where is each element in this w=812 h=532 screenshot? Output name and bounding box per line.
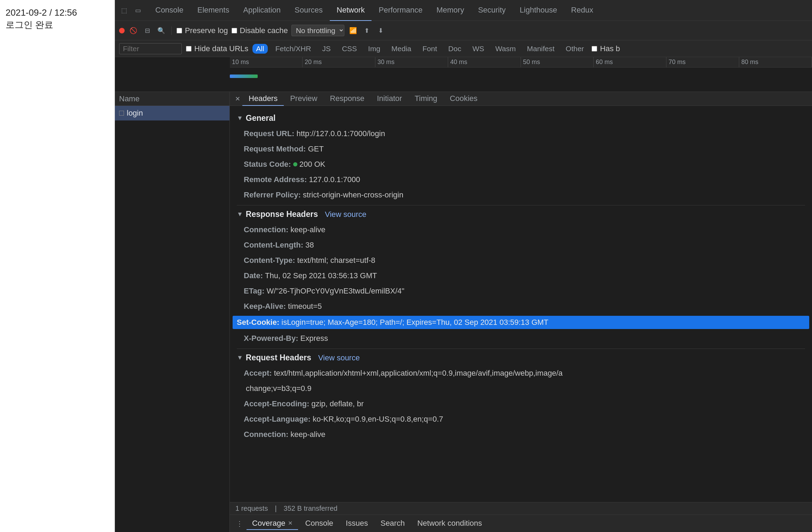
drawer-tab-issues[interactable]: Issues (340, 517, 374, 530)
network-row-login[interactable]: login (115, 106, 229, 120)
preserve-log-checkbox[interactable] (177, 28, 182, 33)
hide-data-urls-checkbox[interactable] (186, 46, 192, 52)
request-bar-login (230, 75, 258, 78)
accept-language-val: ko-KR,ko;q=0.9,en-US;q=0.8,en;q=0.7 (313, 415, 443, 424)
detail-tab-cookies[interactable]: Cookies (444, 92, 484, 106)
keep-alive-key: Keep-Alive: (244, 302, 286, 311)
divider-status: | (275, 504, 276, 513)
tab-elements[interactable]: Elements (190, 0, 236, 21)
device-icon[interactable]: ▭ (132, 4, 144, 17)
response-headers-chevron-icon[interactable]: ▼ (237, 211, 243, 218)
filter-type-all[interactable]: All (252, 44, 267, 54)
header-row-request-url: Request URL: http://127.0.0.1:7000/login (237, 128, 805, 140)
detail-tab-preview[interactable]: Preview (284, 92, 323, 106)
tab-redux[interactable]: Redux (564, 0, 600, 21)
request-header-accept-encoding: Accept-Encoding: gzip, deflate, br (237, 398, 805, 410)
filter-type-font[interactable]: Font (419, 44, 440, 54)
view-source-link-request[interactable]: View source (318, 353, 360, 362)
tab-network[interactable]: Network (330, 0, 372, 21)
transferred-size: 352 B transferred (284, 504, 338, 513)
detail-content[interactable]: ▼ General Request URL: http://127.0.0.1:… (230, 106, 812, 502)
tab-lighthouse[interactable]: Lighthouse (513, 0, 564, 21)
tab-memory[interactable]: Memory (429, 0, 471, 21)
request-header-accept-cont: change;v=b3;q=0.9 (237, 383, 805, 394)
drawer-tab-network-conditions[interactable]: Network conditions (412, 517, 487, 530)
filter-type-fetch-xhr[interactable]: Fetch/XHR (272, 44, 315, 54)
drawer-tab-coverage[interactable]: Coverage ✕ (247, 517, 298, 530)
filter-bar: Hide data URLs All Fetch/XHR JS CSS Img … (115, 40, 812, 57)
tab-console[interactable]: Console (148, 0, 190, 21)
has-blocked-label[interactable]: Has b (592, 44, 620, 53)
throttle-select[interactable]: No throttling (291, 25, 344, 36)
tab-application[interactable]: Application (236, 0, 288, 21)
accept-language-key: Accept-Language: (244, 415, 311, 424)
accept-val: text/html,application/xhtml+xml,applicat… (274, 369, 563, 378)
stop-recording-button[interactable]: 🚫 (128, 25, 139, 36)
status-code-val: 200 OK (293, 160, 326, 169)
row-name-login: login (127, 109, 143, 118)
connection-val: keep-alive (290, 225, 325, 234)
filter-type-ws[interactable]: WS (469, 44, 488, 54)
search-icon[interactable]: 🔍 (156, 25, 166, 36)
filter-type-css[interactable]: CSS (338, 44, 360, 54)
x-powered-by-val: Express (300, 334, 328, 343)
coverage-tab-close[interactable]: ✕ (288, 520, 292, 526)
detail-tab-response[interactable]: Response (323, 92, 370, 106)
tab-security[interactable]: Security (471, 0, 513, 21)
detail-tab-headers[interactable]: Headers (242, 92, 284, 106)
header-row-referrer-policy: Referrer Policy: strict-origin-when-cros… (237, 189, 805, 201)
general-chevron-icon[interactable]: ▼ (237, 115, 243, 122)
filter-type-manifest[interactable]: Manifest (523, 44, 558, 54)
requests-count: 1 requests (235, 504, 268, 513)
preserve-log-label[interactable]: Preserve log (177, 26, 228, 35)
req-connection-val: keep-alive (290, 430, 325, 439)
filter-icon[interactable]: ⊟ (142, 25, 153, 36)
request-header-accept: Accept: text/html,application/xhtml+xml,… (237, 367, 805, 379)
content-length-key: Content-Length: (244, 241, 303, 250)
console-tab-label: Console (305, 519, 333, 528)
accept-encoding-val: gzip, deflate, br (311, 399, 364, 408)
record-button[interactable] (119, 28, 125, 33)
name-panel: Name login (115, 92, 230, 532)
remote-address-val: 127.0.0.1:7000 (309, 175, 360, 184)
download-icon[interactable]: ⬇ (376, 25, 386, 36)
response-header-content-length: Content-Length: 38 (237, 239, 805, 251)
network-conditions-tab-label: Network conditions (417, 519, 482, 528)
accept-cont-val: change;v=b3;q=0.9 (246, 384, 311, 393)
network-timeline: 10 ms 20 ms 30 ms 40 ms 50 ms 60 ms 70 m… (115, 57, 812, 92)
content-type-val: text/html; charset=utf-8 (297, 256, 375, 265)
tab-sources[interactable]: Sources (288, 0, 330, 21)
filter-type-doc[interactable]: Doc (445, 44, 464, 54)
disable-cache-checkbox[interactable] (232, 28, 237, 33)
detail-tab-timing[interactable]: Timing (408, 92, 444, 106)
filter-type-wasm[interactable]: Wasm (492, 44, 520, 54)
filter-input[interactable] (119, 43, 182, 54)
tab-performance[interactable]: Performance (372, 0, 429, 21)
view-source-link-response[interactable]: View source (325, 210, 366, 219)
detail-tab-initiator[interactable]: Initiator (370, 92, 408, 106)
set-cookie-val: isLogin=true; Max-Age=180; Path=/; Expir… (281, 318, 548, 327)
drawer-tab-console[interactable]: Console (299, 517, 339, 530)
response-header-etag: ETag: W/"26-TjhOPcY0VgVnE3twdL/emilBX/4" (237, 285, 805, 297)
disable-cache-label[interactable]: Disable cache (232, 26, 288, 35)
row-checkbox[interactable] (119, 111, 124, 116)
request-method-key: Request Method: (244, 144, 306, 154)
upload-icon[interactable]: ⬆ (362, 25, 372, 36)
filter-type-img[interactable]: Img (365, 44, 384, 54)
request-headers-section-title: Request Headers (246, 353, 311, 362)
filter-type-other[interactable]: Other (562, 44, 588, 54)
drawer-tab-search[interactable]: Search (375, 517, 411, 530)
hide-data-urls-label[interactable]: Hide data URLs (186, 44, 248, 53)
filter-type-js[interactable]: JS (319, 44, 334, 54)
filter-type-media[interactable]: Media (388, 44, 415, 54)
request-url-key: Request URL: (244, 129, 294, 138)
drawer-menu-icon[interactable]: ⋮ (234, 518, 245, 529)
inspect-icon[interactable]: ⬚ (118, 4, 130, 17)
request-headers-chevron-icon[interactable]: ▼ (237, 354, 243, 361)
tick-50ms: 50 ms (521, 57, 594, 67)
detail-close-button[interactable]: ✕ (233, 94, 242, 104)
response-header-date: Date: Thu, 02 Sep 2021 03:56:13 GMT (237, 270, 805, 282)
has-blocked-checkbox[interactable] (592, 46, 597, 52)
divider-1 (171, 26, 172, 35)
wifi-icon[interactable]: 📶 (348, 25, 358, 36)
